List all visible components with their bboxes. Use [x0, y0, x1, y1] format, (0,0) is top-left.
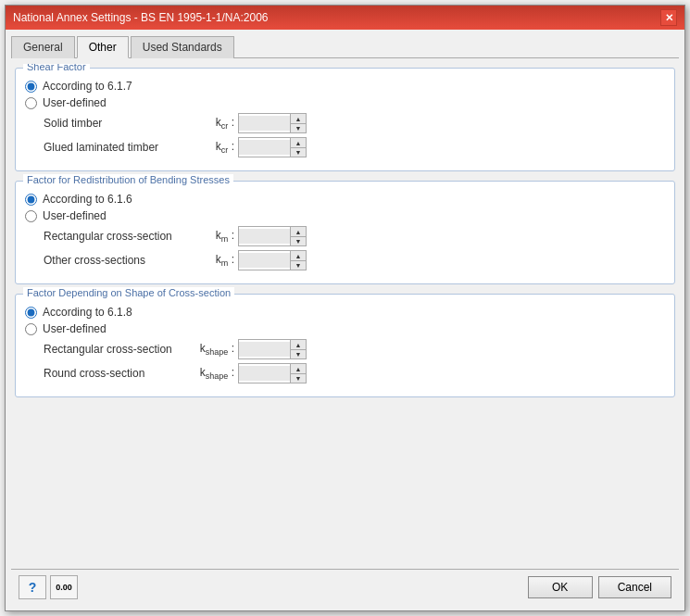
- redist-spinner-2-buttons: ▲ ▼: [290, 251, 306, 270]
- redist-param-1-key: km :: [192, 229, 238, 244]
- redist-input-2[interactable]: 1.000: [239, 253, 290, 268]
- tab-used-standards[interactable]: Used Standards: [131, 36, 234, 58]
- shape-factor-content: According to 6.1.8 User-defined Rectangu…: [25, 306, 665, 383]
- shear-param-row-2: Glued laminated timber kcr : 0.670 ▲ ▼: [25, 137, 665, 157]
- shape-param-1-key: kshape :: [192, 342, 238, 357]
- shear-factor-group: Shear Factor According to 6.1.7 User-def…: [15, 68, 675, 171]
- shear-param-1-key: kcr :: [192, 116, 238, 131]
- shear-spinner-1-buttons: ▲ ▼: [290, 114, 306, 132]
- help-button[interactable]: ?: [19, 575, 46, 599]
- close-button[interactable]: ✕: [660, 9, 677, 26]
- shape-input-2[interactable]: 1.200: [239, 366, 290, 381]
- shape-param-1-label: Rectangular cross-section: [44, 343, 192, 356]
- redist-param-row-1: Rectangular cross-section km : 0.700 ▲ ▼: [25, 226, 665, 246]
- shear-factor-title: Shear Factor: [23, 64, 90, 72]
- window-title: National Annex Settings - BS EN 1995-1-1…: [13, 11, 269, 24]
- shear-spinner-2-buttons: ▲ ▼: [290, 138, 306, 157]
- shear-input-2[interactable]: 0.670: [239, 140, 290, 155]
- shear-spinner-2: 0.670 ▲ ▼: [238, 137, 307, 157]
- shape-param-row-1: Rectangular cross-section kshape : ▲ ▼: [25, 339, 665, 359]
- shear-spinner-2-up[interactable]: ▲: [291, 138, 306, 147]
- redist-spinner-2-up[interactable]: ▲: [291, 251, 306, 260]
- shear-input-1[interactable]: 0.670: [239, 116, 290, 131]
- redist-param-2-key: km :: [192, 253, 238, 268]
- redistribution-title: Factor for Redistribution of Bending Str…: [23, 174, 233, 185]
- dialog-body: General Other Used Standards Shear Facto…: [6, 30, 684, 610]
- redist-param-row-2: Other cross-sections km : 1.000 ▲ ▼: [25, 250, 665, 270]
- redist-spinner-2-down[interactable]: ▼: [291, 260, 306, 270]
- redist-radio-2-label: User-defined: [43, 209, 107, 222]
- shape-spinner-2: 1.200 ▲ ▼: [238, 363, 307, 383]
- shape-spinner-1-up[interactable]: ▲: [291, 340, 306, 349]
- shear-radio-row-2: User-defined: [25, 96, 665, 109]
- bottom-right-buttons: OK Cancel: [528, 576, 671, 598]
- bottom-bar: ? 0.00 OK Cancel: [11, 569, 679, 605]
- tab-general[interactable]: General: [11, 36, 75, 58]
- shape-factor-group: Factor Depending on Shape of Cross-secti…: [15, 294, 675, 397]
- redist-spinner-1-up[interactable]: ▲: [291, 227, 306, 236]
- shear-radio-row-1: According to 6.1.7: [25, 80, 665, 93]
- redist-param-1-label: Rectangular cross-section: [44, 230, 192, 243]
- empty-space: [15, 407, 675, 481]
- redist-radio-1-label: According to 6.1.6: [43, 193, 132, 206]
- shape-radio-1-label: According to 6.1.8: [43, 306, 132, 319]
- help-icon: ?: [29, 580, 37, 595]
- shape-spinner-1-down[interactable]: ▼: [291, 349, 306, 358]
- shear-spinner-1-down[interactable]: ▼: [291, 123, 306, 132]
- shape-radio-row-1: According to 6.1.8: [25, 306, 665, 319]
- shape-param-2-key: kshape :: [192, 366, 238, 381]
- redist-spinner-2: 1.000 ▲ ▼: [238, 250, 307, 270]
- shear-factor-content: According to 6.1.7 User-defined Solid ti…: [25, 80, 665, 157]
- shear-radio-1-label: According to 6.1.7: [43, 80, 132, 93]
- shape-param-2-label: Round cross-section: [44, 367, 192, 380]
- shape-factor-title: Factor Depending on Shape of Cross-secti…: [23, 287, 234, 298]
- ok-button[interactable]: OK: [528, 576, 593, 598]
- calculator-button[interactable]: 0.00: [50, 575, 78, 599]
- redist-input-1[interactable]: 0.700: [239, 229, 290, 244]
- redistribution-content: According to 6.1.6 User-defined Rectangu…: [25, 193, 665, 270]
- redist-spinner-1-down[interactable]: ▼: [291, 236, 306, 245]
- redist-radio-row-1: According to 6.1.6: [25, 193, 665, 206]
- dialog-window: National Annex Settings - BS EN 1995-1-1…: [5, 5, 685, 611]
- shear-spinner-1: 0.670 ▲ ▼: [238, 113, 307, 133]
- redist-radio-2[interactable]: [25, 210, 37, 222]
- shear-param-1-label: Solid timber: [44, 117, 192, 130]
- bottom-left-buttons: ? 0.00: [19, 575, 78, 599]
- calculator-icon: 0.00: [56, 583, 72, 592]
- shear-param-row-1: Solid timber kcr : 0.670 ▲ ▼: [25, 113, 665, 133]
- shape-input-1[interactable]: [239, 342, 290, 357]
- shape-radio-2-label: User-defined: [43, 322, 107, 335]
- shear-spinner-1-up[interactable]: ▲: [291, 114, 306, 123]
- tab-content-other: Shear Factor According to 6.1.7 User-def…: [11, 64, 679, 569]
- title-bar: National Annex Settings - BS EN 1995-1-1…: [6, 6, 684, 30]
- redist-radio-1[interactable]: [25, 194, 37, 206]
- redistribution-group: Factor for Redistribution of Bending Str…: [15, 181, 675, 284]
- shape-spinner-1-buttons: ▲ ▼: [290, 340, 306, 358]
- shear-radio-2[interactable]: [25, 97, 37, 109]
- shear-param-2-label: Glued laminated timber: [44, 141, 192, 154]
- shape-spinner-2-buttons: ▲ ▼: [290, 364, 306, 383]
- redist-spinner-1: 0.700 ▲ ▼: [238, 226, 307, 246]
- shear-radio-1[interactable]: [25, 81, 37, 93]
- shape-radio-2[interactable]: [25, 323, 37, 335]
- redist-param-2-label: Other cross-sections: [44, 254, 192, 267]
- shape-spinner-1: ▲ ▼: [238, 339, 307, 359]
- tab-bar: General Other Used Standards: [11, 35, 679, 58]
- shear-param-2-key: kcr :: [192, 140, 238, 155]
- tab-other[interactable]: Other: [77, 36, 129, 58]
- cancel-button[interactable]: Cancel: [598, 576, 671, 598]
- shape-param-row-2: Round cross-section kshape : 1.200 ▲ ▼: [25, 363, 665, 383]
- shape-spinner-2-down[interactable]: ▼: [291, 373, 306, 383]
- shear-radio-2-label: User-defined: [43, 96, 107, 109]
- shear-spinner-2-down[interactable]: ▼: [291, 147, 306, 157]
- redist-spinner-1-buttons: ▲ ▼: [290, 227, 306, 245]
- redist-radio-row-2: User-defined: [25, 209, 665, 222]
- shape-spinner-2-up[interactable]: ▲: [291, 364, 306, 373]
- shape-radio-1[interactable]: [25, 307, 37, 319]
- shape-radio-row-2: User-defined: [25, 322, 665, 335]
